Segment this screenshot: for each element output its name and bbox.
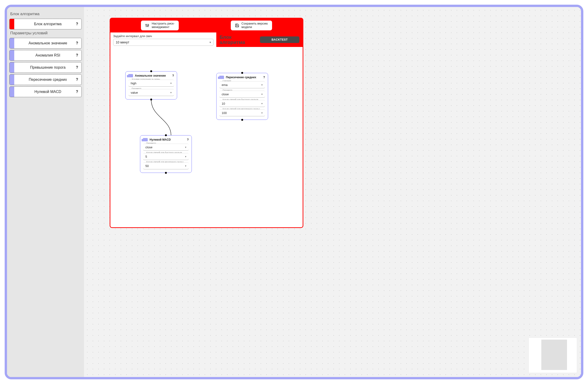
sigma-condition-select[interactable]: high <box>128 80 174 87</box>
interval-label: Задайте интервал для свеч <box>113 34 213 38</box>
palette-item-label: Аномалия RSI <box>14 53 82 57</box>
palette-swatch-icon <box>10 19 14 29</box>
palette-item-algorithm-block[interactable]: Блок алгоритма ? <box>9 19 82 29</box>
interval-select[interactable]: 10 минут <box>113 39 213 46</box>
palette-item-anomaly-rsi[interactable]: Аномалия RSI ? <box>9 50 82 61</box>
fast-ma-select[interactable]: 10 <box>219 100 265 107</box>
palette-item-label: Пересечение средних <box>14 78 82 82</box>
workspace-title: Блок алгоритма <box>220 35 257 45</box>
average-type-select[interactable]: ema <box>219 81 265 88</box>
workspace-subheader: Задайте интервал для свеч 10 минут Блок … <box>110 32 303 47</box>
svg-point-3 <box>146 24 146 25</box>
node-port-in[interactable] <box>150 70 152 72</box>
help-icon[interactable]: ? <box>76 22 78 26</box>
palette-item-threshold[interactable]: Превышение порога ? <box>9 62 82 73</box>
save-version-button[interactable]: Сохранить версию модели <box>231 21 272 30</box>
help-icon[interactable]: ? <box>76 53 78 57</box>
node-port-out[interactable] <box>241 119 243 121</box>
help-icon[interactable]: ? <box>263 75 265 79</box>
slow-ma-select[interactable]: 50 <box>143 162 189 169</box>
minimap-viewport <box>541 340 567 370</box>
parameter-select[interactable]: value <box>128 89 174 96</box>
palette-swatch-icon <box>10 62 14 73</box>
palette-swatch-icon <box>10 87 14 97</box>
svg-point-5 <box>148 25 149 25</box>
risk-management-button[interactable]: Настроить риск- менеджмент <box>141 21 179 30</box>
minimap[interactable] <box>529 338 577 373</box>
palette-item-ma-cross[interactable]: Пересечение средних ? <box>9 74 82 85</box>
palette-item-label: Превышение порога <box>14 66 82 70</box>
node-port-in[interactable] <box>241 72 243 74</box>
node-port-out[interactable] <box>165 172 167 174</box>
help-icon[interactable]: ? <box>76 78 78 82</box>
risk-management-label: Настроить риск- менеджмент <box>152 22 174 29</box>
help-icon[interactable]: ? <box>172 74 174 77</box>
svg-point-4 <box>147 26 148 27</box>
node-type-icon <box>219 76 224 79</box>
workspace-header: Настроить риск- менеджмент Сохранить вер… <box>110 19 303 32</box>
node-port-in[interactable] <box>165 134 167 136</box>
parameter-select[interactable]: close <box>219 91 265 98</box>
save-version-label: Сохранить версию модели <box>242 22 268 29</box>
node-type-icon <box>143 138 148 141</box>
parameter-select[interactable]: close <box>143 144 189 151</box>
palette-item-label: Нулевой MACD <box>14 90 82 94</box>
node-type-icon <box>128 74 133 77</box>
node-zero-macd[interactable]: Нулевой MACD ? Параметр close Кол-во све… <box>140 135 192 173</box>
palette-item-label: Аномальное значение <box>14 41 82 45</box>
palette-swatch-icon <box>10 38 14 48</box>
fast-ma-select[interactable]: 5 <box>143 153 189 160</box>
sidebar-section-title-conditions: Параметры условий <box>10 31 81 36</box>
canvas[interactable]: Настроить риск- менеджмент Сохранить вер… <box>84 7 581 377</box>
palette-item-anomaly-value[interactable]: Аномальное значение ? <box>9 38 82 48</box>
save-icon <box>235 23 239 27</box>
palette-swatch-icon <box>10 50 14 61</box>
help-icon[interactable]: ? <box>187 138 189 141</box>
node-title: Пересечение средних <box>226 76 261 79</box>
node-port-out[interactable] <box>150 99 152 100</box>
palette-item-label: Блок алгоритма <box>14 22 82 26</box>
interval-value: 10 минут <box>116 40 129 44</box>
backtest-button[interactable]: BACKTEST <box>260 36 299 43</box>
app-frame: Блок алгоритма Блок алгоритма ? Параметр… <box>5 5 583 379</box>
slow-ma-select[interactable]: 100 <box>219 109 265 116</box>
help-icon[interactable]: ? <box>76 90 78 94</box>
sidebar: Блок алгоритма Блок алгоритма ? Параметр… <box>7 7 84 377</box>
node-anomaly-value[interactable]: Аномальное значение ? Условие попадания … <box>125 71 177 99</box>
node-title: Аномальное значение <box>135 74 170 77</box>
palette-item-zero-macd[interactable]: Нулевой MACD ? <box>9 87 82 97</box>
algorithm-block[interactable]: Настроить риск- менеджмент Сохранить вер… <box>110 18 303 228</box>
help-icon[interactable]: ? <box>76 66 78 70</box>
sliders-icon <box>145 23 149 27</box>
help-icon[interactable]: ? <box>76 41 78 45</box>
workspace-body[interactable]: Аномальное значение ? Условие попадания … <box>110 47 303 227</box>
sidebar-section-title-algorithm: Блок алгоритма <box>10 12 81 16</box>
palette-swatch-icon <box>10 74 14 85</box>
node-title: Нулевой MACD <box>149 138 185 141</box>
node-ma-cross[interactable]: Пересечение средних ? Среднее ema Параме… <box>216 73 268 120</box>
